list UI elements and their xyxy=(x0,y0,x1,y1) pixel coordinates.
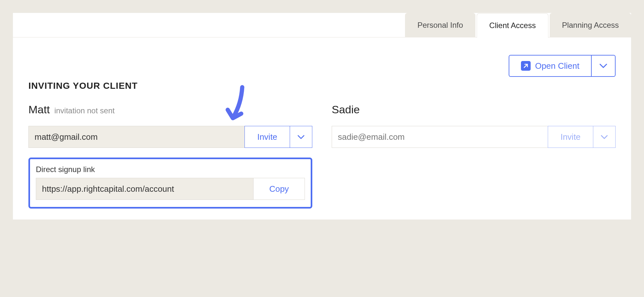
open-external-icon xyxy=(521,61,531,71)
client-name: Sadie xyxy=(332,103,360,116)
email-row: Invite xyxy=(332,126,616,148)
open-client-group: Open Client xyxy=(509,55,616,77)
chevron-down-icon xyxy=(601,135,608,139)
client-status: invitation not sent xyxy=(54,106,115,115)
signup-url-field[interactable]: https://app.rightcapital.com/account xyxy=(36,178,253,200)
client-name-row: Sadie xyxy=(332,103,616,119)
invite-button[interactable]: Invite xyxy=(548,126,593,148)
copy-button[interactable]: Copy xyxy=(253,178,305,200)
direct-signup-box: Direct signup link https://app.rightcapi… xyxy=(28,158,312,209)
client-access-panel: Personal Info Client Access Planning Acc… xyxy=(13,13,631,220)
tab-planning-access[interactable]: Planning Access xyxy=(550,13,631,37)
invite-dropdown[interactable] xyxy=(593,126,616,148)
clients-row: Matt invitation not sent Invite Direct s… xyxy=(28,103,616,209)
section-heading: INVITING YOUR CLIENT xyxy=(28,81,138,91)
invite-dropdown[interactable] xyxy=(290,126,312,148)
email-row: Invite xyxy=(28,126,312,148)
signup-row: https://app.rightcapital.com/account Cop… xyxy=(36,178,305,200)
tab-personal-info[interactable]: Personal Info xyxy=(405,13,475,37)
tab-client-access[interactable]: Client Access xyxy=(477,13,548,38)
chevron-down-icon xyxy=(297,135,305,139)
client-column-matt: Matt invitation not sent Invite Direct s… xyxy=(28,103,312,209)
chevron-down-icon xyxy=(599,64,607,68)
email-field[interactable] xyxy=(28,126,244,148)
tabs-bar: Personal Info Client Access Planning Acc… xyxy=(13,13,631,37)
open-client-button[interactable]: Open Client xyxy=(509,55,591,77)
client-column-sadie: Sadie Invite xyxy=(332,103,616,209)
email-field[interactable] xyxy=(332,126,548,148)
client-name: Matt xyxy=(28,103,50,116)
open-client-label: Open Client xyxy=(535,61,579,71)
client-name-row: Matt invitation not sent xyxy=(28,103,312,119)
direct-signup-label: Direct signup link xyxy=(36,165,305,174)
open-client-dropdown[interactable] xyxy=(591,55,616,77)
invite-button[interactable]: Invite xyxy=(244,126,290,148)
